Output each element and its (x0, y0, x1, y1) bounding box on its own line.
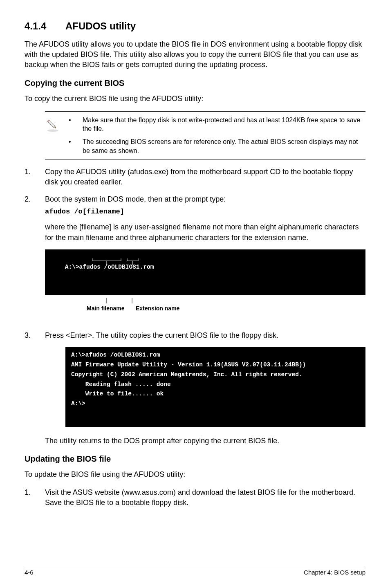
footer-chapter: Chapter 4: BIOS setup (304, 569, 365, 576)
copy-steps-continued: Press <Enter>. The utility copies the cu… (25, 330, 365, 341)
annotation-bracket-icon (92, 258, 158, 266)
step-text: where the [filename] is any user-assigne… (45, 222, 365, 242)
intro-paragraph: The AFUDOS utility allows you to update … (25, 39, 365, 70)
note-text: The succeeding BIOS screens are for refe… (83, 137, 365, 155)
section-number: 4.1.4 (25, 20, 65, 32)
note-item: • The succeeding BIOS screens are for re… (65, 137, 365, 155)
after-paragraph: The utility returns to the DOS prompt af… (45, 436, 365, 446)
section-heading: 4.1.4AFUDOS utility (25, 20, 365, 32)
note-item: • Make sure that the floppy disk is not … (65, 116, 365, 133)
footer-page-number: 4-6 (25, 569, 34, 576)
step-text: Visit the ASUS website (www.asus.com) an… (45, 488, 355, 507)
terminal-output: A:\>afudos /oOLDBIOS1.rom (45, 249, 365, 295)
svg-point-0 (47, 129, 58, 132)
update-steps: Visit the ASUS website (www.asus.com) an… (25, 487, 365, 508)
bullet-icon: • (65, 116, 83, 133)
step-item: Visit the ASUS website (www.asus.com) an… (25, 487, 365, 508)
section-title: AFUDOS utility (65, 20, 136, 31)
note-block: • Make sure that the floppy disk is not … (45, 111, 365, 159)
annotation-extension-name: Extension name (136, 305, 179, 312)
step-item: Press <Enter>. The utility copies the cu… (25, 330, 365, 341)
step-item: Boot the system in DOS mode, then at the… (25, 194, 365, 243)
step-item: Copy the AFUDOS utility (afudos.exe) fro… (25, 167, 365, 187)
copy-lead: To copy the current BIOS file using the … (25, 94, 365, 104)
annotation-labels: Main filename Extension name (45, 298, 365, 322)
page-footer: 4-6 Chapter 4: BIOS setup (25, 567, 365, 576)
command-text: afudos /o[filename] (45, 207, 365, 217)
update-lead: To update the BIOS file using the AFUDOS… (25, 469, 365, 480)
step-text: Copy the AFUDOS utility (afudos.exe) fro… (45, 168, 353, 186)
step-text: Press <Enter>. The utility copies the cu… (45, 331, 278, 339)
terminal-output: A:\>afudos /oOLDBIOS1.rom AMI Firmware U… (65, 347, 365, 427)
update-heading: Updating the BIOS file (25, 454, 365, 464)
copy-steps: Copy the AFUDOS utility (afudos.exe) fro… (25, 167, 365, 243)
pencil-note-icon (45, 116, 65, 135)
copy-heading: Copying the current BIOS (25, 79, 365, 88)
step-text: Boot the system in DOS mode, then at the… (45, 195, 226, 203)
bullet-icon: • (65, 137, 83, 155)
note-text: Make sure that the floppy disk is not wr… (83, 116, 365, 133)
annotation-main-filename: Main filename (87, 305, 125, 312)
